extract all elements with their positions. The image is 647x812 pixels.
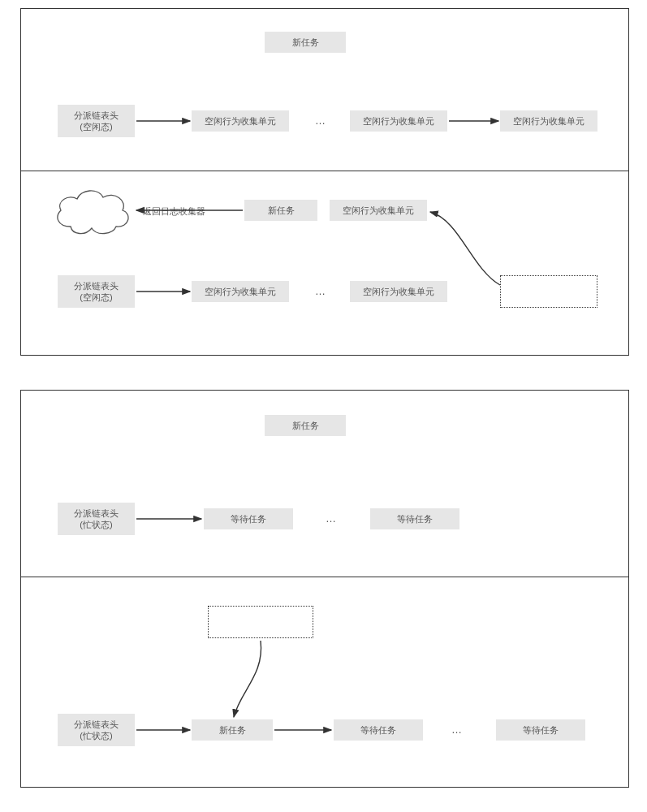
idle-unit-1b-1: 空闲行为收集单元 — [192, 281, 289, 302]
section-2: 新任务 分派链表头 (忙状态) 等待任务 … 等待任务 分派链表头 (忙状态) … — [20, 390, 629, 788]
cloud-icon — [50, 186, 135, 239]
dashed-placeholder-2b — [208, 606, 313, 638]
new-task-box-2a: 新任务 — [265, 415, 346, 436]
panel-2b: 分派链表头 (忙状态) 新任务 等待任务 … 等待任务 — [21, 577, 628, 788]
dashed-placeholder-1b — [500, 275, 597, 308]
ellipsis-2b: … — [451, 723, 464, 736]
idle-unit-1a-1: 空闲行为收集单元 — [192, 110, 289, 132]
new-task-box-2b: 新任务 — [192, 719, 273, 741]
ellipsis-1a-1: … — [315, 114, 327, 127]
waiting-task-2a-1: 等待任务 — [204, 508, 293, 529]
arrows-2b — [21, 577, 622, 788]
waiting-task-2b-2: 等待任务 — [496, 719, 585, 741]
panel-1b: 返回日志收集器 新任务 空闲行为收集单元 分派链表头 (空闲态) 空闲行为收集单… — [21, 171, 628, 356]
dispatch-head-idle-1b: 分派链表头 (空闲态) — [58, 275, 135, 308]
ellipsis-2a: … — [326, 512, 338, 525]
dispatch-head-idle-1a: 分派链表头 (空闲态) — [58, 105, 135, 137]
panel-1a: 新任务 分派链表头 (空闲态) 空闲行为收集单元 … 空闲行为收集单元 空闲行为… — [21, 9, 628, 171]
dispatch-head-busy-2a: 分派链表头 (忙状态) — [58, 503, 135, 535]
curve-2b — [21, 577, 622, 788]
dispatch-head-busy-2b: 分派链表头 (忙状态) — [58, 714, 135, 746]
idle-unit-1a-2: 空闲行为收集单元 — [350, 110, 447, 132]
waiting-task-2b-1: 等待任务 — [334, 719, 423, 741]
idle-unit-1b-2: 空闲行为收集单元 — [350, 281, 447, 302]
panel-2a: 新任务 分派链表头 (忙状态) 等待任务 … 等待任务 — [21, 391, 628, 577]
waiting-task-2a-2: 等待任务 — [370, 508, 459, 529]
ellipsis-1b: … — [315, 285, 327, 297]
idle-unit-top-1b: 空闲行为收集单元 — [330, 200, 427, 221]
new-task-box-1b: 新任务 — [244, 200, 317, 221]
idle-unit-1a-3: 空闲行为收集单元 — [500, 110, 597, 132]
new-task-box-1a: 新任务 — [265, 32, 346, 53]
section-1: 新任务 分派链表头 (空闲态) 空闲行为收集单元 … 空闲行为收集单元 空闲行为… — [20, 8, 629, 356]
return-log-label: 返回日志收集器 — [143, 206, 205, 218]
